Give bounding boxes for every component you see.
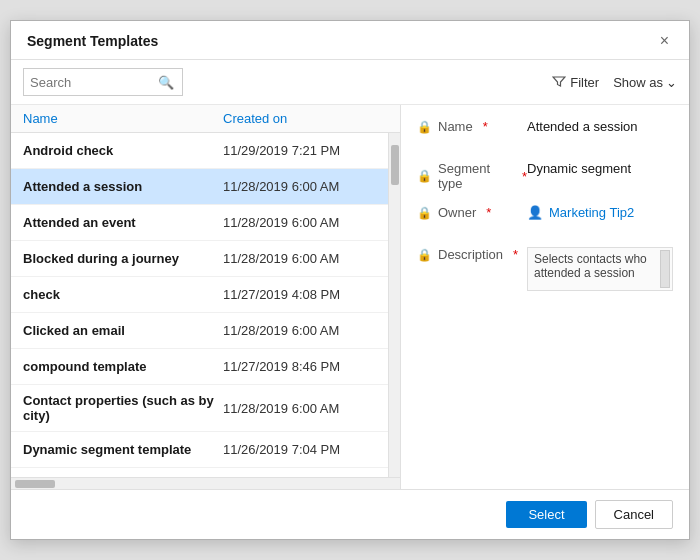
list-row-date: 11/28/2019 6:00 AM xyxy=(223,179,339,194)
detail-label-name: 🔒 Name * xyxy=(417,119,527,134)
list-row[interactable]: check11/27/2019 4:08 PM xyxy=(11,277,388,313)
cancel-button[interactable]: Cancel xyxy=(595,500,673,529)
filter-button[interactable]: Filter xyxy=(552,75,599,90)
scrollbar-y[interactable] xyxy=(388,133,400,477)
lock-icon-owner: 🔒 xyxy=(417,206,432,220)
dialog-body: Name Created on Android check11/29/2019 … xyxy=(11,105,689,489)
close-button[interactable]: × xyxy=(656,31,673,51)
lock-icon-segment: 🔒 xyxy=(417,169,432,183)
detail-owner-value-row: 👤 Marketing Tip2 xyxy=(527,205,634,220)
list-row[interactable]: Clicked an email11/28/2019 6:00 AM xyxy=(11,313,388,349)
detail-row-owner: 🔒 Owner * 👤 Marketing Tip2 xyxy=(417,205,673,233)
detail-required-name: * xyxy=(483,119,488,134)
search-box: 🔍 xyxy=(23,68,183,96)
list-row-name: check xyxy=(23,287,223,302)
detail-value-owner[interactable]: Marketing Tip2 xyxy=(549,205,634,220)
scrollbar-y-thumb xyxy=(391,145,399,185)
detail-panel: 🔒 Name * Attended a session 🔒 Segment ty… xyxy=(401,105,689,489)
show-as-button[interactable]: Show as ⌄ xyxy=(613,75,677,90)
detail-label-description: 🔒 Description * xyxy=(417,247,527,262)
list-row[interactable]: Email Opened11/27/2019 4:30 PM xyxy=(11,468,388,477)
dialog-title: Segment Templates xyxy=(27,33,158,49)
detail-value-name: Attended a session xyxy=(527,119,673,134)
filter-icon xyxy=(552,75,566,89)
toolbar-right: Filter Show as ⌄ xyxy=(552,75,677,90)
description-scrollbar[interactable] xyxy=(660,250,670,288)
scrollbar-x-thumb xyxy=(15,480,55,488)
detail-value-segment-type: Dynamic segment xyxy=(527,161,673,176)
list-row-name: Android check xyxy=(23,143,223,158)
list-row-date: 11/27/2019 4:08 PM xyxy=(223,287,340,302)
list-row-name: Blocked during a journey xyxy=(23,251,223,266)
list-row[interactable]: Android check11/29/2019 7:21 PM xyxy=(11,133,388,169)
list-body: Android check11/29/2019 7:21 PMAttended … xyxy=(11,133,400,477)
lock-icon-name: 🔒 xyxy=(417,120,432,134)
search-icon-button[interactable]: 🔍 xyxy=(154,73,178,92)
list-scroll: Android check11/29/2019 7:21 PMAttended … xyxy=(11,133,388,477)
dialog-footer: Select Cancel xyxy=(11,489,689,539)
list-header: Name Created on xyxy=(11,105,400,133)
detail-required-description: * xyxy=(513,247,518,262)
list-row[interactable]: Attended an event11/28/2019 6:00 AM xyxy=(11,205,388,241)
detail-description-text: Selects contacts who attended a session xyxy=(534,252,647,280)
toolbar: 🔍 Filter Show as ⌄ xyxy=(11,60,689,105)
list-row-date: 11/28/2019 6:00 AM xyxy=(223,401,339,416)
list-row[interactable]: Contact properties (such as by city)11/2… xyxy=(11,385,388,432)
list-row-name: Attended an event xyxy=(23,215,223,230)
detail-description-label-text: Description xyxy=(438,247,503,262)
detail-owner-label-text: Owner xyxy=(438,205,476,220)
list-row-date: 11/27/2019 8:46 PM xyxy=(223,359,340,374)
list-row-date: 11/28/2019 6:00 AM xyxy=(223,251,339,266)
lock-icon-description: 🔒 xyxy=(417,248,432,262)
scrollbar-x[interactable] xyxy=(11,477,400,489)
detail-row-name: 🔒 Name * Attended a session xyxy=(417,119,673,147)
list-header-name[interactable]: Name xyxy=(23,111,223,126)
list-header-created[interactable]: Created on xyxy=(223,111,287,126)
list-row-name: Attended a session xyxy=(23,179,223,194)
show-as-label: Show as xyxy=(613,75,663,90)
list-row-date: 11/28/2019 6:00 AM xyxy=(223,323,339,338)
list-row-name: Clicked an email xyxy=(23,323,223,338)
list-row-name: compound template xyxy=(23,359,223,374)
list-row[interactable]: Dynamic segment template11/26/2019 7:04 … xyxy=(11,432,388,468)
select-button[interactable]: Select xyxy=(506,501,586,528)
detail-segment-type-label-text: Segment type xyxy=(438,161,512,191)
detail-value-description: Selects contacts who attended a session xyxy=(527,247,673,291)
detail-required-owner: * xyxy=(486,205,491,220)
list-row-date: 11/28/2019 6:00 AM xyxy=(223,215,339,230)
list-row-name: Dynamic segment template xyxy=(23,442,223,457)
list-row-name: Contact properties (such as by city) xyxy=(23,393,223,423)
list-row-date: 11/29/2019 7:21 PM xyxy=(223,143,340,158)
filter-label: Filter xyxy=(570,75,599,90)
segment-templates-dialog: Segment Templates × 🔍 Filter Show as ⌄ xyxy=(10,20,690,540)
person-icon: 👤 xyxy=(527,205,543,220)
title-bar: Segment Templates × xyxy=(11,21,689,60)
detail-name-label-text: Name xyxy=(438,119,473,134)
list-row[interactable]: Blocked during a journey11/28/2019 6:00 … xyxy=(11,241,388,277)
chevron-down-icon: ⌄ xyxy=(666,75,677,90)
list-row[interactable]: compound template11/27/2019 8:46 PM xyxy=(11,349,388,385)
detail-label-segment-type: 🔒 Segment type * xyxy=(417,161,527,191)
detail-label-owner: 🔒 Owner * xyxy=(417,205,527,220)
detail-row-description: 🔒 Description * Selects contacts who att… xyxy=(417,247,673,291)
search-input[interactable] xyxy=(24,73,154,92)
detail-row-segment-type: 🔒 Segment type * Dynamic segment xyxy=(417,161,673,191)
list-row[interactable]: Attended a session11/28/2019 6:00 AM xyxy=(11,169,388,205)
list-row-date: 11/26/2019 7:04 PM xyxy=(223,442,340,457)
list-panel: Name Created on Android check11/29/2019 … xyxy=(11,105,401,489)
